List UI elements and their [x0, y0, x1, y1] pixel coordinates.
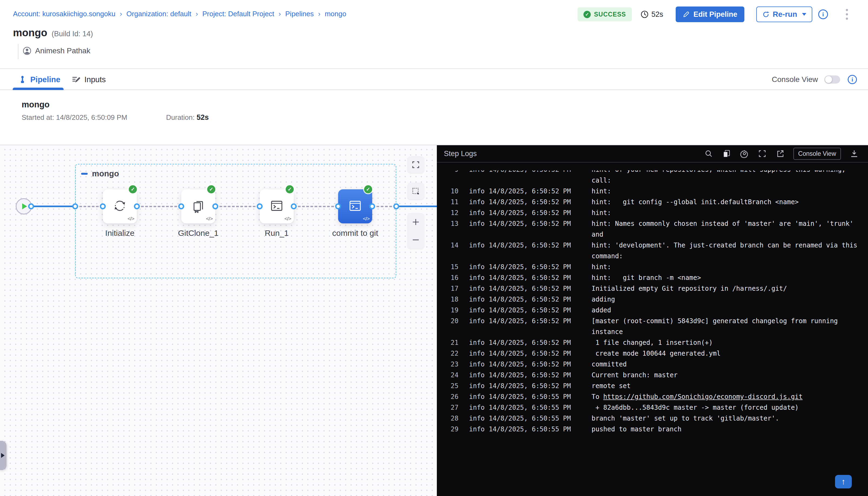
plus-icon	[412, 218, 420, 226]
copy-icon[interactable]	[722, 149, 731, 158]
git-clone-icon	[191, 199, 205, 214]
chevron-right-icon	[1, 453, 4, 458]
console-view-label: Console View	[772, 75, 818, 84]
active-tab-underline	[13, 88, 64, 90]
duration-indicator: 52s	[640, 10, 663, 19]
edit-pipeline-button[interactable]: Edit Pipeline	[676, 6, 744, 22]
log-row: 16 info 14/8/2025, 6:50:52 PM hint: git …	[437, 272, 868, 283]
log-row: 29 info 14/8/2025, 6:50:55 PM pushed to …	[437, 424, 868, 435]
external-link-icon[interactable]	[775, 149, 785, 158]
log-message: hint:	[592, 262, 868, 272]
pipeline-node-initialize[interactable]: </>	[103, 189, 137, 223]
log-level: info	[469, 207, 485, 218]
zoom-out-button[interactable]	[407, 232, 424, 248]
canvas-fullscreen-button[interactable]	[407, 156, 424, 173]
log-message: Initialized empty Git repository in /har…	[592, 283, 868, 294]
log-level: info	[469, 424, 485, 435]
connector-port[interactable]	[100, 203, 106, 209]
log-line-number: 16	[449, 272, 459, 283]
log-timestamp: 14/8/2025, 6:50:55 PM	[489, 424, 571, 435]
connector-port[interactable]	[212, 203, 218, 209]
fullscreen-icon[interactable]	[758, 149, 767, 158]
log-link[interactable]: https://github.com/Sonichigo/economy-dis…	[603, 393, 803, 401]
log-row: 21 info 14/8/2025, 6:50:52 PM 1 file cha…	[437, 337, 868, 348]
download-icon[interactable]	[850, 149, 859, 158]
pipeline-node-gitclone_1[interactable]: </>	[181, 189, 215, 223]
log-console-view-button[interactable]: Console View	[793, 148, 841, 160]
node-success-check-icon: ✓	[129, 185, 137, 193]
console-view-info-icon[interactable]: i	[848, 75, 857, 84]
log-level: info	[469, 272, 485, 283]
connector-port[interactable]	[178, 203, 184, 209]
pipeline-node-commit-to-git[interactable]: </>	[338, 189, 372, 223]
author-row: Animesh Pathak	[23, 47, 90, 55]
log-timestamp: 14/8/2025, 6:50:55 PM	[489, 402, 571, 413]
node-label: Run_1	[233, 229, 320, 238]
log-message: To https://github.com/Sonichigo/economy-…	[592, 391, 868, 402]
log-timestamp: 14/8/2025, 6:50:52 PM	[489, 207, 571, 218]
log-level: info	[469, 197, 485, 207]
top-bar: Account: kurosakiichigo.songoku›Organiza…	[0, 0, 868, 68]
log-line-number: 29	[449, 424, 459, 435]
log-level: info	[469, 359, 485, 370]
breadcrumb-separator: ›	[279, 10, 281, 18]
log-row: 13 info 14/8/2025, 6:50:52 PM hint: Name…	[437, 218, 868, 240]
pipeline-node-run_1[interactable]: </>	[260, 189, 294, 223]
log-line-number: 18	[449, 294, 459, 305]
log-level: info	[469, 337, 485, 348]
canvas-select-region-button[interactable]	[407, 183, 424, 200]
connector-port[interactable]	[72, 203, 78, 209]
scroll-to-top-button[interactable]: ↑	[835, 475, 852, 489]
log-timestamp: 14/8/2025, 6:50:55 PM	[489, 413, 571, 424]
log-row: 22 info 14/8/2025, 6:50:52 PM create mod…	[437, 348, 868, 359]
breadcrumb-item[interactable]: Organization: default	[126, 10, 191, 18]
log-message: + 82a6dbb...5843d9c master -> master (fo…	[592, 402, 868, 413]
play-icon	[22, 203, 27, 209]
step-logs-header: Step Logs Console View	[437, 145, 868, 162]
log-row: 26 info 14/8/2025, 6:50:55 PM To https:/…	[437, 391, 868, 402]
connector-port[interactable]	[134, 203, 140, 209]
tab-inputs[interactable]: Inputs	[72, 69, 106, 90]
selection-box-icon	[412, 187, 420, 195]
stage-group-name: mongo	[92, 169, 119, 178]
canvas-zoom-controls	[407, 213, 424, 249]
sync-icon	[112, 199, 127, 214]
connector-port[interactable]	[257, 203, 263, 209]
log-message: hint: Names commonly chosen instead of '…	[592, 218, 868, 240]
log-message: hint:	[592, 186, 868, 197]
breadcrumb-item[interactable]: mongo	[325, 10, 346, 18]
log-level: info	[469, 294, 485, 305]
log-body[interactable]: 9 info 14/8/2025, 6:50:52 PM hint: of yo…	[437, 170, 868, 496]
zoom-in-button[interactable]	[407, 214, 424, 230]
search-icon[interactable]	[704, 149, 713, 158]
gear-icon[interactable]	[740, 149, 749, 158]
log-level: info	[469, 262, 485, 272]
log-line-number: 28	[449, 413, 459, 424]
log-level: info	[469, 348, 485, 359]
log-level: info	[469, 413, 485, 424]
log-message: Current branch: master	[592, 370, 868, 381]
breadcrumb-item[interactable]: Pipelines	[285, 10, 314, 18]
log-row: 15 info 14/8/2025, 6:50:52 PM hint:	[437, 262, 868, 272]
breadcrumb-item[interactable]: Project: Default Project	[202, 10, 274, 18]
log-level: info	[469, 381, 485, 391]
connector-port[interactable]	[28, 203, 34, 209]
pipeline-canvas[interactable]: mongo </>✓Initialize </>✓GitClone_1 </>✓…	[0, 145, 437, 496]
connector-port[interactable]	[335, 203, 341, 209]
edge-dashed	[137, 206, 181, 207]
chevron-down-icon[interactable]	[802, 13, 806, 16]
breadcrumb-item[interactable]: Account: kurosakiichigo.songoku	[13, 10, 115, 18]
more-options-button[interactable]	[845, 8, 849, 21]
connector-port[interactable]	[369, 203, 375, 209]
collapse-group-icon[interactable]	[81, 173, 88, 175]
rerun-info-icon[interactable]: i	[818, 10, 828, 19]
expand-left-panel-handle[interactable]	[0, 441, 6, 470]
log-timestamp: 14/8/2025, 6:50:55 PM	[489, 391, 571, 402]
connector-port[interactable]	[291, 203, 297, 209]
code-icon: </>	[128, 216, 134, 222]
rerun-button[interactable]: Re-run	[756, 6, 812, 22]
tab-pipeline[interactable]: Pipeline	[18, 69, 60, 90]
console-view-toggle[interactable]	[824, 75, 840, 83]
log-row: 27 info 14/8/2025, 6:50:55 PM + 82a6dbb.…	[437, 402, 868, 413]
connector-port[interactable]	[393, 203, 399, 209]
